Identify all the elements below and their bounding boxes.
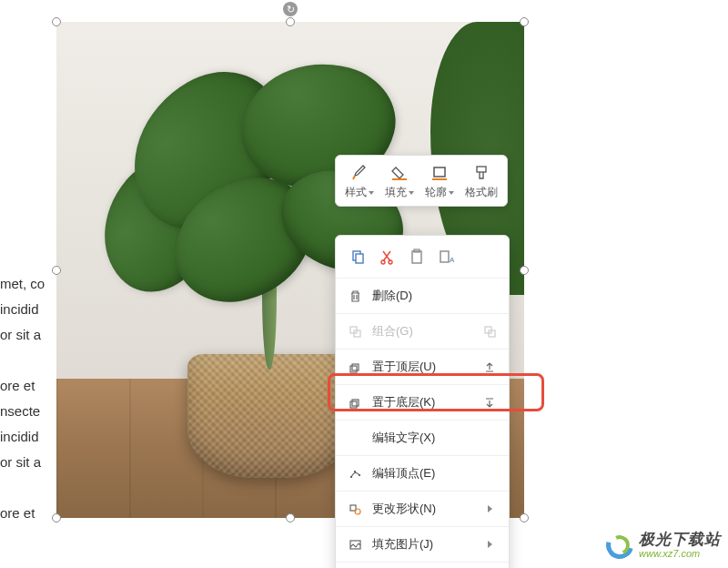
brush-icon <box>349 163 369 183</box>
menu-group: 组合(G) <box>336 316 509 347</box>
svg-rect-3 <box>477 167 486 172</box>
svg-rect-0 <box>392 178 407 180</box>
group-icon <box>347 323 363 340</box>
context-menu: A 删除(D) 组合(G) 置于顶层(U) 置于底层(K) <box>335 235 510 568</box>
menu-change-shape[interactable]: 更改形状(N) <box>336 493 509 524</box>
svg-rect-22 <box>354 471 356 472</box>
svg-rect-20 <box>350 476 352 478</box>
cut-button[interactable] <box>378 247 398 267</box>
watermark: 极光下载站 www.xz7.com <box>604 530 721 561</box>
outline-button[interactable]: 轮廓 <box>420 161 460 202</box>
paste-button[interactable] <box>407 247 427 267</box>
document-text: met, co incidid or sit a ore et nsecte i… <box>0 273 64 528</box>
watermark-logo-icon <box>604 530 635 561</box>
style-button[interactable]: 样式 <box>339 161 379 202</box>
picture-icon <box>347 536 363 553</box>
format-painter-icon <box>471 163 491 183</box>
edit-points-icon <box>347 465 363 482</box>
menu-fill-picture[interactable]: 填充图片(J) <box>336 529 509 560</box>
menu-edit-points[interactable]: 编辑顶点(E) <box>336 458 509 489</box>
trash-icon <box>347 288 363 304</box>
svg-rect-21 <box>359 474 360 476</box>
send-back-right-icon <box>481 394 498 411</box>
fill-icon <box>389 163 410 183</box>
outline-icon <box>430 163 450 183</box>
watermark-title: 极光下载站 <box>639 532 721 549</box>
resize-handle-br[interactable] <box>520 513 529 522</box>
menu-edit-text[interactable]: 编辑文字(X) <box>336 422 509 453</box>
group-submenu-icon <box>481 323 498 340</box>
svg-text:A: A <box>450 256 454 264</box>
rotate-handle[interactable]: ↻ <box>283 2 298 16</box>
svg-rect-2 <box>432 178 447 180</box>
svg-rect-10 <box>440 251 449 262</box>
resize-handle-tr[interactable] <box>520 17 529 26</box>
svg-point-6 <box>381 260 385 264</box>
watermark-url: www.xz7.com <box>639 548 721 559</box>
svg-rect-1 <box>434 167 445 177</box>
menu-delete[interactable]: 删除(D) <box>336 280 509 311</box>
bring-front-right-icon <box>481 359 498 375</box>
svg-rect-16 <box>352 364 359 370</box>
copy-button[interactable] <box>349 247 369 267</box>
paste-text-button[interactable]: A <box>436 247 456 267</box>
resize-handle-bl[interactable] <box>52 513 61 522</box>
floating-toolbar: 样式 填充 轮廓 格式刷 <box>335 155 508 207</box>
svg-point-24 <box>355 509 360 514</box>
resize-handle-ml[interactable] <box>52 266 61 275</box>
svg-rect-8 <box>412 251 421 263</box>
svg-rect-18 <box>350 401 357 408</box>
svg-rect-25 <box>350 541 360 549</box>
bring-front-icon <box>347 359 363 375</box>
menu-send-to-back[interactable]: 置于底层(K) <box>336 387 509 418</box>
resize-handle-bm[interactable] <box>286 513 295 522</box>
resize-handle-tl[interactable] <box>52 17 61 26</box>
resize-handle-tm[interactable] <box>286 17 295 26</box>
resize-handle-mr[interactable] <box>520 266 529 275</box>
menu-save-as-picture[interactable]: 另存为图片(S) <box>336 564 509 568</box>
submenu-arrow-icon <box>488 541 492 548</box>
menu-bring-to-front[interactable]: 置于顶层(U) <box>336 351 509 382</box>
submenu-arrow-icon <box>488 505 492 512</box>
change-shape-icon <box>347 501 363 517</box>
fill-button[interactable]: 填充 <box>379 161 420 202</box>
send-back-icon <box>347 394 363 411</box>
format-painter-button[interactable]: 格式刷 <box>460 161 503 202</box>
svg-rect-5 <box>356 254 363 263</box>
svg-point-7 <box>389 260 392 264</box>
